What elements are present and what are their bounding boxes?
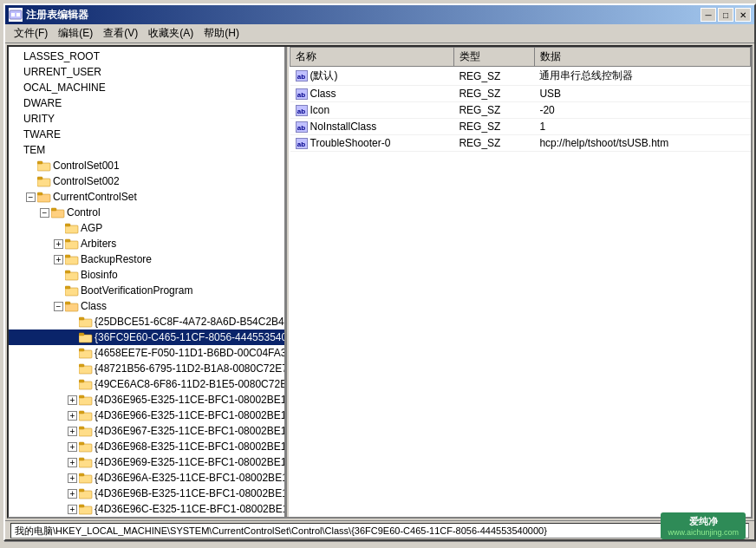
tree-panel[interactable]: LASSES_ROOTURRENT_USEROCAL_MACHINEDWAREU… <box>9 47 286 517</box>
expander-icon[interactable]: + <box>68 505 77 514</box>
table-row[interactable]: abIconREG_SZ-20 <box>290 102 751 119</box>
reg-type-cell: REG_SZ <box>453 135 534 152</box>
reg-data-cell: -20 <box>534 102 750 119</box>
reg-value-icon: ab <box>296 88 308 100</box>
tree-item-arbiters[interactable]: + Arbiters <box>9 236 284 251</box>
tree-item-agp[interactable]: AGP <box>9 220 284 236</box>
tree-item-guid1[interactable]: {25DBCE51-6C8F-4A72-8A6D-B54C2B4FC835} <box>9 314 284 329</box>
tree-item-controlset002[interactable]: ControlSet002 <box>9 173 284 189</box>
expander-icon[interactable]: + <box>68 442 77 452</box>
tree-item-label: URRENT_USER <box>23 66 101 78</box>
svg-rect-26 <box>79 333 84 336</box>
tree-item-urity[interactable]: URITY <box>9 111 284 127</box>
tree-item-lasses_root[interactable]: LASSES_ROOT <box>9 49 284 64</box>
tree-item-guid7[interactable]: + {4D36E966-E325-11CE-BFC1-08002BE10318} <box>9 408 284 423</box>
expander-icon[interactable]: − <box>54 302 63 311</box>
expander-icon[interactable]: + <box>68 473 77 483</box>
tree-item-guid3[interactable]: {4658EE7E-F050-11D1-B6BD-00C04FA372A7} <box>9 345 284 361</box>
tree-item-guid13[interactable]: + {4D36E96C-E325-11CE-BFC1-08002BE10318} <box>9 501 284 517</box>
folder-icon <box>79 316 94 329</box>
expander-icon[interactable]: + <box>54 255 63 264</box>
table-row[interactable]: abNoInstallClassREG_SZ1 <box>290 119 751 135</box>
expander-icon[interactable]: + <box>54 239 63 249</box>
minimize-button[interactable]: ─ <box>701 8 716 22</box>
tree-item-control[interactable]: − Control <box>9 205 284 220</box>
svg-rect-36 <box>79 411 84 414</box>
table-row[interactable]: abTroubleShooter-0REG_SZhcp://help/tshoo… <box>290 135 751 152</box>
svg-rect-27 <box>79 350 92 358</box>
svg-rect-23 <box>79 319 92 327</box>
folder-icon <box>37 191 53 204</box>
svg-rect-37 <box>79 428 92 436</box>
tree-item-label: ControlSet002 <box>53 175 120 187</box>
tree-item-controlset001[interactable]: ControlSet001 <box>9 158 284 173</box>
svg-rect-43 <box>79 475 92 483</box>
tree-item-bootverificationprogram[interactable]: BootVerificationProgram <box>9 283 284 298</box>
tree-item-guid10[interactable]: + {4D36E969-E325-11CE-BFC1-08002BE10318} <box>9 454 284 470</box>
tree-item-tware[interactable]: TWARE <box>9 127 284 142</box>
svg-rect-12 <box>65 224 70 226</box>
table-row[interactable]: abClassREG_SZUSB <box>290 86 751 102</box>
expander-icon[interactable]: + <box>68 395 77 405</box>
tree-item-dware[interactable]: DWARE <box>9 95 284 111</box>
expander-icon[interactable]: + <box>68 427 77 436</box>
watermark-text: 爱纯净 <box>689 515 718 528</box>
menu-file[interactable]: 文件(F) <box>9 24 53 42</box>
reg-data-cell: hcp://help/tshoot/tsUSB.htm <box>534 135 750 152</box>
folder-icon <box>79 487 94 500</box>
tree-item-biosinfo[interactable]: Biosinfo <box>9 267 284 283</box>
svg-rect-16 <box>65 255 70 258</box>
status-bar: 我的电脑\HKEY_LOCAL_MACHINE\SYSTEM\CurrentCo… <box>5 520 754 539</box>
tree-item-guid8[interactable]: + {4D36E967-E325-11CE-BFC1-08002BE10318} <box>9 423 284 439</box>
tree-item-guid2[interactable]: {36FC9E60-C465-11CF-8056-444553540000} <box>9 329 284 345</box>
folder-icon <box>65 300 81 313</box>
folder-icon <box>65 222 81 235</box>
svg-rect-29 <box>79 366 92 374</box>
tree-item-label: CurrentControlSet <box>53 191 137 203</box>
maximize-button[interactable]: □ <box>718 8 733 22</box>
tree-item-guid6[interactable]: + {4D36E965-E325-11CE-BFC1-08002BE10318} <box>9 392 284 408</box>
tree-item-tem[interactable]: TEM <box>9 142 284 158</box>
expander-icon[interactable]: − <box>40 208 49 218</box>
folder-icon <box>65 284 81 297</box>
expander-icon[interactable]: + <box>68 458 77 467</box>
tree-item-guid11[interactable]: + {4D36E96A-E325-11CE-BFC1-08002BE10318} <box>9 470 284 486</box>
tree-item-ocal_machine[interactable]: OCAL_MACHINE <box>9 80 284 95</box>
svg-rect-8 <box>37 192 42 195</box>
tree-item-class[interactable]: − Class <box>9 298 284 314</box>
tree-item-guid4[interactable]: {48721B56-6795-11D2-B1A8-0080C72E74A2} <box>9 361 284 376</box>
menu-view[interactable]: 查看(V) <box>98 24 143 42</box>
tree-item-label: {4D36E968-E325-11CE-BFC1-08002BE10318} <box>94 440 286 453</box>
tree-item-label: Control <box>67 206 101 219</box>
tree-item-label: DWARE <box>23 97 62 109</box>
close-button[interactable]: ✕ <box>735 8 751 22</box>
svg-rect-10 <box>51 208 56 211</box>
table-row[interactable]: ab(默认)REG_SZ通用串行总线控制器 <box>290 67 751 86</box>
status-path: 我的电脑\HKEY_LOCAL_MACHINE\SYSTEM\CurrentCo… <box>10 523 749 538</box>
tree-item-guid12[interactable]: + {4D36E96B-E325-11CE-BFC1-08002BE10318} <box>9 486 284 501</box>
svg-rect-34 <box>79 395 84 398</box>
menu-edit[interactable]: 编辑(E) <box>53 24 98 42</box>
tree-item-urrent_user[interactable]: URRENT_USER <box>9 64 284 80</box>
tree-item-backuprestore[interactable]: + BackupRestore <box>9 251 284 267</box>
reg-data-cell: USB <box>534 86 750 102</box>
tree-item-guid5[interactable]: {49CE6AC8-6F86-11D2-B1E5-0080C72E74A2} <box>9 376 284 392</box>
svg-rect-39 <box>79 444 92 452</box>
menu-help[interactable]: 帮助(H) <box>199 24 244 42</box>
content-area: LASSES_ROOTURRENT_USEROCAL_MACHINEDWAREU… <box>7 45 753 519</box>
folder-icon <box>79 409 94 422</box>
expander-icon[interactable]: + <box>68 489 77 499</box>
expander-icon[interactable]: − <box>26 192 36 202</box>
menu-favorites[interactable]: 收藏夹(A) <box>143 24 199 42</box>
reg-type-cell: REG_SZ <box>453 67 534 86</box>
folder-icon <box>51 206 67 219</box>
tree-item-label: Biosinfo <box>81 269 118 281</box>
tree-item-currentcontrolset[interactable]: − CurrentControlSet <box>9 189 284 205</box>
tree-item-label: TEM <box>23 144 45 156</box>
tree-item-guid9[interactable]: + {4D36E968-E325-11CE-BFC1-08002BE10318} <box>9 439 284 454</box>
expander-icon[interactable]: + <box>68 411 77 421</box>
reg-value-icon: ab <box>296 138 308 149</box>
svg-rect-44 <box>79 473 84 476</box>
tree-item-label: {36FC9E60-C465-11CF-8056-444553540000} <box>94 331 286 343</box>
col-name: 名称 <box>290 48 454 67</box>
